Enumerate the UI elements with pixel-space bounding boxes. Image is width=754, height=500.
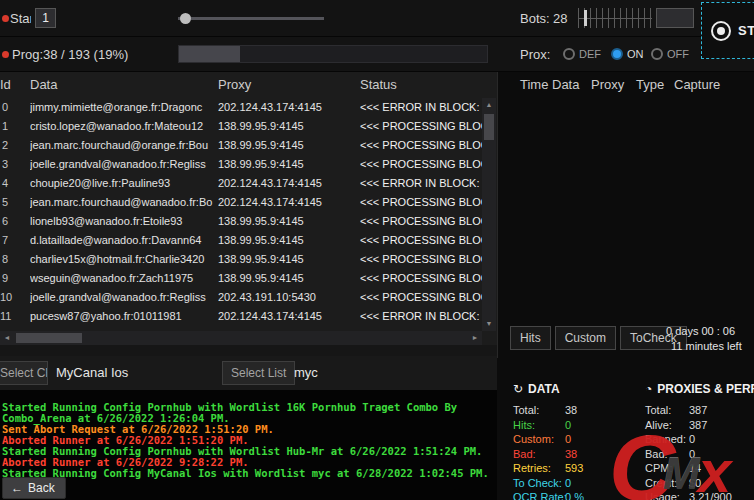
record-indicator-icon — [2, 51, 9, 58]
timer: 0 days 00 : 06 11 minutes left — [666, 324, 742, 354]
hits-column-header-data[interactable]: Data — [552, 72, 579, 98]
cell-id: 11 — [0, 307, 30, 326]
back-button[interactable]: ← Back — [2, 477, 66, 499]
gauge-icon: ◔ — [645, 382, 652, 396]
table-row[interactable]: 9 wseguin@wanadoo.fr:Zach11975 138.99.95… — [0, 269, 482, 288]
hits-column-header-time[interactable]: Time — [520, 72, 548, 98]
cell-status: <<< PROCESSING BLOCK — [360, 288, 482, 307]
bots-slider-handle[interactable] — [584, 10, 587, 26]
progress-row: Prog: 38 / 193 (19%) Prox: DEF ON OFF — [0, 37, 754, 72]
cell-status: <<< PROCESSING BLOCK — [360, 231, 482, 250]
select-list-button[interactable]: Select List — [222, 361, 295, 385]
scroll-right-icon[interactable]: ► — [468, 331, 482, 345]
table-row[interactable]: 2 jean.marc.fourchaud@orange.fr:Bou 138.… — [0, 136, 482, 155]
cell-status: <<< PROCESSING BLOCK — [360, 155, 482, 174]
remaining-time: 11 minutes left — [666, 339, 742, 354]
column-header-id[interactable]: Id — [0, 72, 30, 98]
proxy-on-label[interactable]: ON — [627, 37, 644, 72]
cell-proxy: 138.99.95.9:4145 — [218, 231, 360, 250]
cell-proxy: 202.124.43.174:4145 — [218, 174, 360, 193]
stat-row: CPM:14 — [645, 461, 754, 476]
stat-row: OCR Rate:0 % — [513, 490, 641, 500]
scroll-up-icon[interactable]: ▲ — [482, 98, 496, 112]
table-row[interactable]: 4 choupie20@live.fr:Pauline93 202.124.43… — [0, 174, 482, 193]
scroll-down-icon[interactable]: ▼ — [482, 317, 496, 331]
stat-row: Hits:0 — [513, 418, 641, 433]
start-slider[interactable] — [178, 17, 324, 20]
bots-slider[interactable] — [578, 8, 652, 28]
record-indicator-icon — [2, 15, 9, 22]
runner-topbar: Start: Bots: 28 — [0, 0, 754, 37]
proxy-off-label[interactable]: OFF — [667, 37, 689, 72]
vertical-scrollbar[interactable]: ▲ ▼ — [482, 98, 496, 331]
proxy-def-label[interactable]: DEF — [579, 37, 601, 72]
horizontal-scroll-thumb[interactable] — [16, 333, 82, 343]
cell-status: <<< PROCESSING BLOCK — [360, 250, 482, 269]
table-row[interactable]: 7 d.lataillade@wanadoo.fr:Davann64 138.9… — [0, 231, 482, 250]
column-header-data[interactable]: Data — [30, 72, 218, 98]
cell-id: 3 — [0, 155, 30, 174]
table-row[interactable]: 1 cristo.lopez@wanadoo.fr:Mateou12 138.9… — [0, 117, 482, 136]
cell-data: jean.marc.fourchaud@orange.fr:Bou — [30, 136, 218, 155]
stat-label: Total: — [645, 403, 689, 418]
data-table-panel: Id Data Proxy Status 0 jimmy.mimiette@or… — [0, 72, 497, 345]
stat-value: 387 — [689, 419, 707, 431]
proxy-off-radio[interactable] — [651, 48, 663, 60]
column-header-proxy[interactable]: Proxy — [218, 72, 360, 98]
proxy-stats-rows: Total:387 Alive:387 Banned:0 Bad:0 — [645, 403, 754, 500]
log-entry: Started Running Config Pornhub with Word… — [2, 402, 508, 424]
bots-spinner-box[interactable] — [656, 8, 694, 28]
cell-proxy: 138.99.95.9:4145 — [218, 117, 360, 136]
stat-row: Alive:387 — [645, 418, 754, 433]
stat-value: 0 — [689, 433, 695, 445]
stat-label: Bad: — [513, 447, 565, 462]
hits-panel: Time Data Proxy Type Capture HitsCustomT… — [497, 72, 754, 358]
table-row[interactable]: 5 jean.marc.fourchaud@wanadoo.fr:Bo 202.… — [0, 193, 482, 212]
stat-value: 0 — [565, 477, 571, 489]
column-header-status[interactable]: Status — [360, 72, 490, 98]
table-row[interactable]: 10 joelle.grandval@wanadoo.fr:Regliss 20… — [0, 288, 482, 307]
cell-data: charliev15x@hotmail.fr:Charlie3420 — [30, 250, 218, 269]
table-row[interactable]: 3 joelle.grandval@wanadoo.fr:Regliss 138… — [0, 155, 482, 174]
data-stats-title: DATA — [528, 382, 560, 396]
hits-tab[interactable]: Custom — [555, 326, 616, 350]
hits-column-header-proxy[interactable]: Proxy — [591, 72, 624, 98]
table-row[interactable]: 11 pucesw87@yahoo.fr:01011981 202.124.43… — [0, 307, 482, 326]
vertical-scroll-thumb[interactable] — [484, 114, 494, 140]
cell-proxy: 138.99.95.9:4145 — [218, 155, 360, 174]
stat-row: Usage:3.21/900 — [645, 490, 754, 500]
scroll-left-icon[interactable]: ◄ — [0, 331, 14, 345]
hits-column-header-capture[interactable]: Capture — [674, 72, 720, 98]
horizontal-scrollbar[interactable]: ◄ ► — [0, 331, 482, 345]
start-button[interactable]: START — [701, 2, 754, 59]
progress-bar — [178, 45, 488, 63]
stat-label: CPM: — [645, 461, 689, 476]
runner-log: Started Running Config Pornhub with Word… — [0, 390, 508, 500]
table-row[interactable]: 6 lionelb93@wanadoo.fr:Etoile93 138.99.9… — [0, 212, 482, 231]
stat-row: Credit:$0 — [645, 476, 754, 491]
hits-column-header-type[interactable]: Type — [636, 72, 664, 98]
start-target-icon — [711, 21, 731, 41]
stat-value: 3.21/900 — [689, 491, 732, 500]
selected-config-name: MyCanal Ios — [56, 356, 128, 390]
cell-proxy: 138.99.95.9:4145 — [218, 212, 360, 231]
cell-status: <<< ERROR IN BLOCK: R — [360, 98, 482, 117]
select-config-button[interactable]: Select CFG — [0, 361, 48, 385]
hits-tab[interactable]: Hits — [510, 326, 551, 350]
start-position-input[interactable] — [35, 8, 56, 28]
proxy-def-radio[interactable] — [563, 48, 575, 60]
stats-panel: ↻DATA Total:38 Hits:0 Custom:0 — [497, 358, 754, 500]
bots-label: Bots: — [520, 0, 550, 37]
start-slider-handle[interactable] — [180, 13, 191, 24]
start-button-label: START — [738, 23, 754, 38]
cell-data: cristo.lopez@wanadoo.fr:Mateou12 — [30, 117, 218, 136]
stat-value: 0 — [565, 419, 571, 431]
table-row[interactable]: 8 charliev15x@hotmail.fr:Charlie3420 138… — [0, 250, 482, 269]
stat-row: Bad:0 — [645, 447, 754, 462]
table-row[interactable]: 0 jimmy.mimiette@orange.fr:Dragonc 202.1… — [0, 98, 482, 117]
cell-proxy: 138.99.95.9:4145 — [218, 269, 360, 288]
proxy-on-radio[interactable] — [611, 48, 623, 60]
cell-id: 8 — [0, 250, 30, 269]
cell-data: choupie20@live.fr:Pauline93 — [30, 174, 218, 193]
stat-row: Total:38 — [513, 403, 641, 418]
